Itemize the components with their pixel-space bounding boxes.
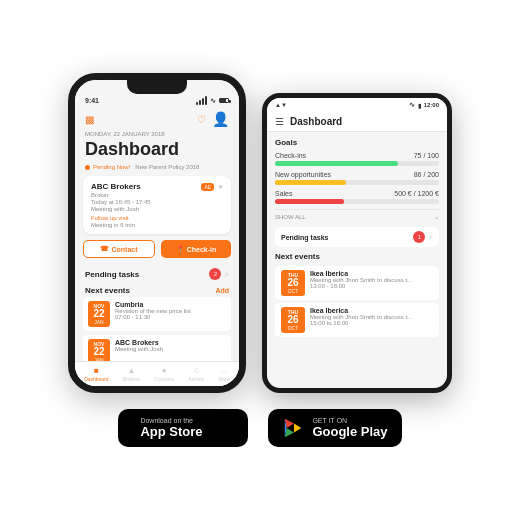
nav-brokers[interactable]: ▲ Brokers — [123, 366, 140, 382]
android-pending-count: 1 — [413, 231, 425, 243]
android-event-name-2: Ikea Iberica — [310, 307, 433, 314]
google-play-sub: GET IT ON — [312, 417, 387, 424]
phone-icon: ☎ — [100, 245, 109, 253]
event-name-2: ABC Brokers — [115, 339, 226, 346]
android-pending-tasks: Pending tasks 1 > — [275, 227, 439, 247]
android-time: 12:00 — [424, 102, 439, 108]
show-all-row[interactable]: SHOW ALL ⌄ — [275, 209, 439, 223]
pending-dot — [85, 165, 90, 170]
goal-opportunities-name: New opportunities — [275, 171, 331, 178]
goal-sales-bar-fill — [275, 199, 344, 204]
events-list: NOV 22 JAN Cumbria Revision of the new p… — [75, 297, 239, 369]
android-events-list: THU 26 Oct Ikea Iberica Meeting with Jho… — [275, 266, 439, 337]
android-status-bar: ▲▼ ∿ ▮ 12:00 — [267, 98, 447, 112]
card-time: Today at 16:45 - 17:45 — [91, 199, 223, 205]
nav-more[interactable]: … More — [218, 366, 229, 382]
android-event-2: THU 26 Oct Ikea Iberica Meeting with Jho… — [275, 303, 439, 337]
goal-checkins-header: Check-ins 75 / 100 — [275, 152, 439, 159]
iphone-header: ▩ ♡ 👤 — [75, 107, 239, 131]
android-event-name-1: Ikea Iberica — [310, 270, 433, 277]
event-info-2: ABC Brokers Meeting with Josh — [115, 339, 226, 352]
broker-card: ABC Brokers AE ● Broker Today at 16:45 -… — [83, 176, 231, 234]
app-store-sub: Download on the — [140, 417, 202, 424]
activity-nav-label: Activity — [188, 376, 204, 382]
android-pending-arrow: > — [428, 233, 433, 242]
android-status-left: ▲▼ — [275, 102, 287, 108]
iphone-screen: 9:41 ∿ ▩ — [75, 80, 239, 386]
goal-checkins-bar-bg — [275, 161, 439, 166]
iphone: 9:41 ∿ ▩ — [68, 73, 246, 393]
signal-bars-icon — [196, 96, 207, 105]
app-store-button[interactable]: Download on the App Store — [118, 409, 248, 447]
dashboard-nav-icon: ■ — [94, 366, 99, 375]
card-sub: Broker — [91, 192, 223, 198]
hamburger-icon[interactable]: ☰ — [275, 116, 284, 127]
brokers-nav-icon: ▲ — [128, 366, 136, 375]
nav-dashboard[interactable]: ■ Dashboard — [84, 366, 108, 382]
contacts-nav-label: Contacts — [154, 376, 174, 382]
nav-activity[interactable]: ♫ Activity — [188, 366, 204, 382]
android-event-info-1: Ikea Iberica Meeting with Jhon Smith to … — [310, 270, 433, 289]
event-name-1: Cumbria — [115, 301, 226, 308]
android-pending-label: Pending tasks — [281, 234, 328, 241]
action-buttons: ☎ Contact 📍 Check-in — [83, 240, 231, 258]
event-day-2: 22 — [90, 347, 108, 357]
checkin-button[interactable]: 📍 Check-in — [161, 240, 231, 258]
google-play-button[interactable]: GET IT ON Google Play — [268, 409, 401, 447]
nav-contacts[interactable]: ● Contacts — [154, 366, 174, 382]
add-event-button[interactable]: Add — [215, 287, 229, 294]
header-icons: ♡ 👤 — [197, 111, 229, 127]
aeb-month-2: Oct — [284, 325, 302, 331]
phones-container: 9:41 ∿ ▩ — [68, 73, 452, 393]
store-buttons: Download on the App Store GET IT ON Goog… — [118, 409, 401, 447]
battery-icon — [219, 98, 229, 103]
android-event-1: THU 26 Oct Ikea Iberica Meeting with Jho… — [275, 266, 439, 300]
bottom-nav: ■ Dashboard ▲ Brokers ● Contacts ♫ Activ… — [75, 361, 239, 386]
brokers-nav-label: Brokers — [123, 376, 140, 382]
android-page-title: Dashboard — [290, 116, 439, 127]
card-arrow: ● — [218, 182, 223, 191]
contact-button[interactable]: ☎ Contact — [83, 240, 155, 258]
app-store-text: Download on the App Store — [140, 417, 202, 439]
show-all-chevron: ⌄ — [434, 213, 439, 220]
goal-sales-header: Sales 500 € / 1200 € — [275, 190, 439, 197]
pending-tasks-label: Pending tasks — [85, 270, 139, 279]
goal-sales-val: 500 € / 1200 € — [394, 190, 439, 197]
goals-section-label: Goals — [275, 138, 439, 147]
location-icon: 📍 — [176, 245, 185, 253]
goal-opportunities-bar-fill — [275, 180, 346, 185]
goal-checkins-bar-fill — [275, 161, 398, 166]
event-desc-2: Meeting with Josh — [115, 346, 226, 352]
contacts-nav-icon: ● — [162, 366, 167, 375]
goal-sales-name: Sales — [275, 190, 293, 197]
pending-arrow: > — [224, 270, 229, 279]
iphone-status-right: ∿ — [196, 96, 229, 105]
goal-sales-bar-bg — [275, 199, 439, 204]
next-events-label: Next events — [85, 286, 130, 295]
svg-marker-3 — [294, 423, 301, 432]
google-play-name: Google Play — [312, 424, 387, 439]
follow-up-sub: Meeting in 6 min — [91, 222, 223, 228]
goal-opportunities-bar-bg — [275, 180, 439, 185]
event-item-1: NOV 22 JAN Cumbria Revision of the new p… — [83, 297, 231, 331]
android-screen: ▲▼ ∿ ▮ 12:00 ☰ Dashboard Goals Check-ins — [267, 98, 447, 388]
card-header: ABC Brokers AE ● — [91, 182, 223, 191]
bell-icon[interactable]: ♡ — [197, 114, 206, 125]
aeb-num-2: 26 — [284, 315, 302, 325]
android-wifi-icon: ∿ — [409, 101, 415, 109]
goal-opportunities-val: 86 / 200 — [414, 171, 439, 178]
iphone-notch — [127, 80, 187, 94]
pending-tasks-header: Pending tasks 2 > — [75, 264, 239, 282]
android-pending-right: 1 > — [413, 231, 433, 243]
android-battery-icon: ▮ — [418, 102, 421, 109]
android-content: Goals Check-ins 75 / 100 New opportuniti… — [267, 132, 447, 346]
google-play-text: GET IT ON Google Play — [312, 417, 387, 439]
goal-sales: Sales 500 € / 1200 € — [275, 190, 439, 204]
pending-badge: Pending Now! New Parent Policy 2018 — [75, 162, 239, 172]
android-event-badge-1: THU 26 Oct — [281, 270, 305, 296]
pending-count: 2 — [209, 268, 221, 280]
event-day-1: 22 — [90, 309, 108, 319]
user-avatar: 👤 — [212, 111, 229, 127]
next-events-header: Next events Add — [75, 282, 239, 297]
android-next-events-label: Next events — [275, 252, 439, 261]
